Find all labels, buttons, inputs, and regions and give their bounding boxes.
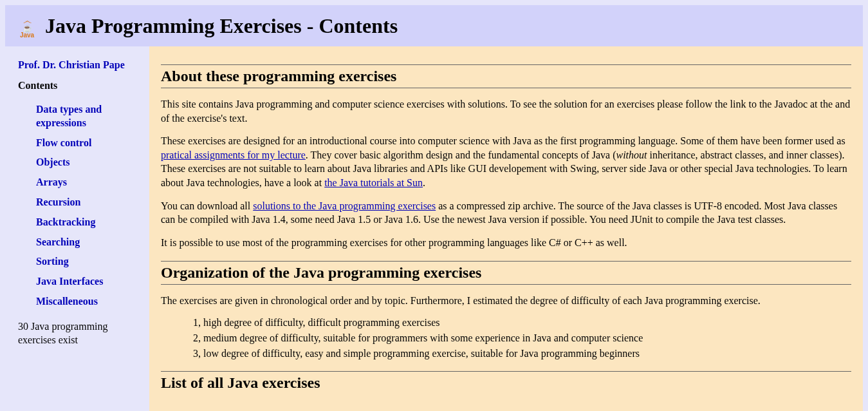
organization-paragraph: The exercises are given in chronological… (161, 294, 851, 308)
sidebar-item-interfaces[interactable]: Java Interfaces (36, 276, 103, 287)
sidebar-item-flowcontrol[interactable]: Flow control (36, 137, 91, 148)
heading-list-all: List of all Java exercises (161, 371, 851, 394)
sidebar-item-searching[interactable]: Searching (36, 236, 80, 247)
about-paragraph-3: You can download all solutions to the Ja… (161, 199, 851, 227)
sidebar: Prof. Dr. Christian Pape Contents Data t… (5, 46, 149, 411)
main-content: About these programming exercises This s… (149, 46, 863, 411)
sidebar-item-misc[interactable]: Miscalleneous (36, 296, 98, 307)
sidebar-item-datatypes[interactable]: Data types and expressions (36, 104, 102, 128)
page-title: Java Programming Exercises - Contents (45, 14, 398, 38)
difficulty-item-2: 2, medium degree of difficulty, suitable… (193, 332, 851, 344)
link-solutions-download[interactable]: solutions to the Java programming exerci… (253, 200, 436, 211)
link-lecture-assignments[interactable]: pratical assignments for my lecture (161, 149, 306, 160)
difficulty-item-1: 1, high degree of difficulty, difficult … (193, 317, 851, 329)
heading-organization: Organization of the Java programming exe… (161, 261, 851, 285)
sidebar-item-arrays[interactable]: Arrays (36, 177, 67, 187)
sidebar-item-recursion[interactable]: Recursion (36, 196, 80, 207)
sidebar-contents-label: Contents (18, 80, 140, 91)
sidebar-item-backtracking[interactable]: Backtracking (36, 216, 95, 227)
page-header: ෴ ☕ Java Java Programming Exercises - Co… (5, 5, 863, 46)
about-paragraph-1: This site contains Java programming and … (161, 97, 851, 125)
sidebar-item-objects[interactable]: Objects (36, 157, 69, 167)
sidebar-topic-list: Data types and expressions Flow control … (18, 103, 140, 309)
link-sun-tutorials[interactable]: the Java tutorials at Sun (324, 177, 423, 188)
about-paragraph-4: It is possible to use most of the progra… (161, 236, 851, 250)
sidebar-author-link[interactable]: Prof. Dr. Christian Pape (18, 59, 125, 70)
heading-about: About these programming exercises (161, 64, 851, 88)
about-paragraph-2: These exercises are designed for an intr… (161, 134, 851, 189)
sidebar-item-sorting[interactable]: Sorting (36, 256, 69, 267)
difficulty-list: 1, high degree of difficulty, difficult … (161, 317, 851, 359)
java-logo-icon: ෴ ☕ Java (17, 13, 37, 39)
difficulty-item-3: 3, low degree of difficulty, easy and si… (193, 348, 851, 359)
sidebar-exercise-count: 30 Java programming exercises exist (18, 320, 140, 347)
